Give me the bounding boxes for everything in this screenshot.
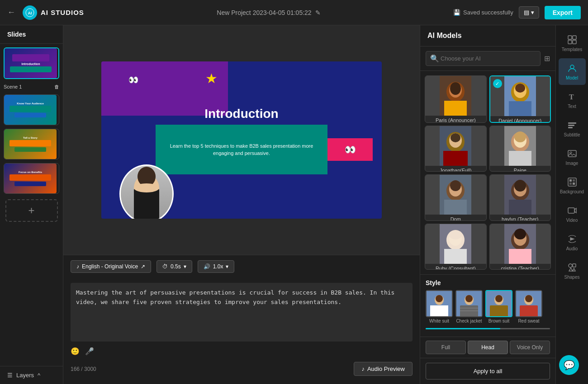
view-button[interactable]: ▤ ▾ <box>519 6 539 19</box>
script-textarea[interactable]: Mastering the art of persuasive presenta… <box>71 283 413 342</box>
style-card-brown[interactable]: Brown suit <box>485 290 512 323</box>
style-slider[interactable] <box>426 328 550 329</box>
style-card-check[interactable]: Check jacket <box>455 290 483 323</box>
shapes-icon <box>567 262 578 273</box>
background-button[interactable]: Background <box>559 172 586 199</box>
model-card-daniel[interactable]: ✓ Daniel (Announcer) <box>489 75 551 123</box>
svg-rect-10 <box>444 101 467 116</box>
svg-point-68 <box>570 65 574 69</box>
audio-label: Audio <box>566 246 578 251</box>
model-name-paige: Paige <box>490 166 551 172</box>
templates-button[interactable]: Templates <box>559 30 586 56</box>
model-card-ruby[interactable]: Ruby (Consultant) <box>425 224 487 270</box>
svg-rect-4 <box>134 188 159 219</box>
tab-full[interactable]: Full <box>426 341 466 354</box>
ai-search-input[interactable] <box>426 51 541 66</box>
slide-item-1[interactable]: Introduction <box>4 47 59 79</box>
canvas-title: Introduction <box>101 107 382 121</box>
emoji-icon[interactable]: 🙂 <box>71 347 80 356</box>
chat-button[interactable]: 💬 <box>559 355 579 375</box>
text-icons: 🙂 🎤 <box>71 343 413 359</box>
style-card-red[interactable]: Red sweat <box>515 290 542 323</box>
svg-point-34 <box>514 180 526 192</box>
layers-arrow: ^ <box>38 372 40 379</box>
style-title: Style <box>426 279 550 286</box>
image-label: Image <box>566 161 579 166</box>
style-label-check: Check jacket <box>455 318 483 323</box>
timing-label: 0.5s <box>171 263 181 270</box>
model-card-jonathan[interactable]: Jonathan(Full) (Consultant) <box>425 126 487 172</box>
style-card-white[interactable]: White suit <box>426 290 453 323</box>
svg-rect-76 <box>569 179 572 182</box>
svg-point-9 <box>450 82 461 95</box>
canvas-wrapper: 👀 ★ Introduction Learn the top 5 techniq… <box>63 25 420 255</box>
scene-label-1: Scene 1 🗑 <box>4 83 59 91</box>
topbar: ← AI AI STUDIOS New Project 2023-04-05 0… <box>0 0 588 25</box>
background-label: Background <box>560 189 584 194</box>
svg-rect-49 <box>430 305 448 316</box>
tab-voice-only[interactable]: Voice Only <box>510 341 550 354</box>
voice-icon: ♪ <box>76 263 79 270</box>
tab-head[interactable]: Head <box>468 341 508 354</box>
svg-rect-67 <box>573 40 576 44</box>
model-name-dom: Dom <box>425 215 486 221</box>
audio-button[interactable]: Audio <box>559 229 586 256</box>
canvas-avatar <box>119 164 174 219</box>
model-card-haylyn[interactable]: haylyn (Teacher) <box>489 174 551 221</box>
model-card-paris[interactable]: Paris (Announcer) <box>425 75 487 123</box>
model-button[interactable]: Model <box>559 58 586 85</box>
svg-rect-79 <box>573 183 575 185</box>
text-footer: 166 / 3000 ♪ Audio Preview <box>71 359 413 379</box>
speed-icon: 🔊 <box>204 263 210 270</box>
svg-point-24 <box>514 131 526 142</box>
svg-point-48 <box>436 295 443 302</box>
timing-control[interactable]: ⏱ 0.5s ▾ <box>156 260 192 273</box>
filter-icon[interactable]: ⊞ <box>544 54 550 63</box>
voice-selector[interactable]: ♪ English - Original Voice ↗ <box>71 260 151 273</box>
add-slide-button[interactable]: + <box>5 199 58 222</box>
model-card-cristina[interactable]: cristina (Teacher) <box>489 224 551 270</box>
style-grid: White suit Check jacket <box>426 290 550 325</box>
svg-rect-75 <box>568 178 576 186</box>
slide-item-3[interactable]: Tell a Story <box>4 129 59 159</box>
logo-text: AI STUDIOS <box>41 9 84 16</box>
shapes-button[interactable]: Shapes <box>559 258 586 284</box>
svg-rect-40 <box>444 249 467 264</box>
back-button[interactable]: ← <box>7 8 15 17</box>
canvas-eyes-top: 👀 <box>128 75 138 85</box>
text-button[interactable]: T Text <box>559 87 586 113</box>
model-card-paige[interactable]: Paige <box>489 126 551 172</box>
apply-to-all-button[interactable]: Apply to all <box>426 363 550 379</box>
audio-preview-button[interactable]: ♪ Audio Preview <box>354 362 413 376</box>
project-title: New Project 2023-04-05 01:05:22 <box>217 9 311 16</box>
model-card-dom[interactable]: Dom <box>425 174 487 221</box>
text-icon: T <box>567 91 578 102</box>
speed-control[interactable]: 🔊 1.0x ▾ <box>198 260 235 273</box>
svg-rect-77 <box>573 179 575 182</box>
svg-rect-73 <box>568 150 576 157</box>
svg-rect-35 <box>509 200 531 215</box>
edit-icon[interactable]: ✎ <box>315 9 321 16</box>
model-name-haylyn: haylyn (Teacher) <box>490 215 551 221</box>
slide-item-2[interactable]: Know Your Audience <box>4 94 59 125</box>
delete-slide-1[interactable]: 🗑 <box>54 84 59 89</box>
svg-point-39 <box>449 230 462 239</box>
style-section: Style White suit <box>420 274 555 337</box>
slide-item-4[interactable]: Focus on Benefits <box>4 163 59 194</box>
saved-status: 💾 Saved successfully <box>453 9 513 16</box>
svg-rect-71 <box>568 125 574 126</box>
layers-bar[interactable]: ☰ Layers ^ <box>0 366 63 384</box>
subtittle-button[interactable]: Subtittle <box>559 115 586 142</box>
image-button[interactable]: Image <box>559 144 586 170</box>
style-label-red: Red sweat <box>515 318 542 323</box>
slides-header: Slides <box>0 25 63 44</box>
templates-label: Templates <box>562 47 583 52</box>
subtittle-icon <box>567 120 578 131</box>
model-name-paris: Paris (Announcer) <box>425 116 486 123</box>
mic-icon[interactable]: 🎤 <box>85 347 94 356</box>
timing-icon: ⏱ <box>162 263 168 270</box>
video-button[interactable]: Video <box>559 201 586 227</box>
timing-arrow: ▾ <box>184 263 186 270</box>
export-button[interactable]: Export <box>545 6 581 19</box>
shapes-label: Shapes <box>564 275 580 280</box>
